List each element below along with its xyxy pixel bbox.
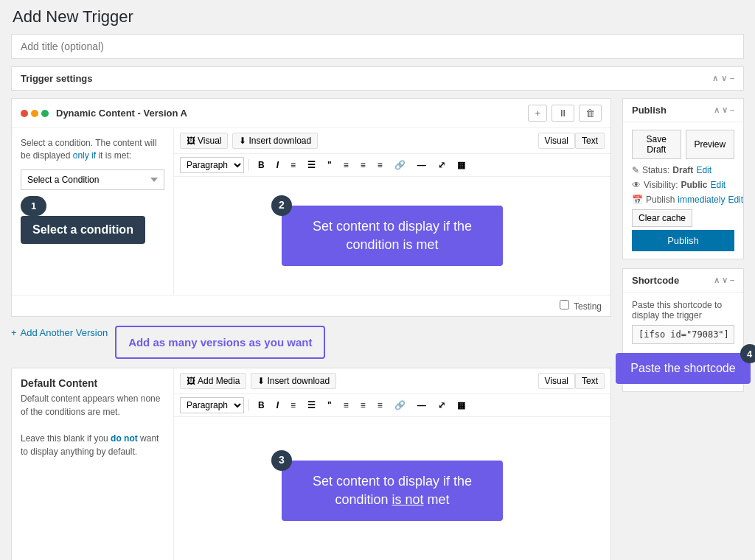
preview-btn[interactable]: Preview — [686, 130, 735, 159]
version-a-block: Dynamic Content - Version A + ⏸ 🗑 Select… — [11, 98, 611, 317]
align-right-btn-a[interactable]: ≡ — [373, 158, 387, 172]
align-center-btn-a[interactable]: ≡ — [356, 158, 370, 172]
default-content-title: Default Content — [21, 377, 164, 389]
hint-1-bubble: 1 — [21, 196, 46, 216]
hr-btn-default[interactable]: — — [413, 398, 431, 413]
add-version-callout-text: Add as many versions as you want — [128, 336, 312, 349]
link-btn-default[interactable]: 🔗 — [390, 398, 410, 413]
format-select-a[interactable]: Paragraph — [180, 157, 244, 173]
insert-download-btn[interactable]: ⬇ Insert download — [232, 133, 318, 149]
title-input[interactable] — [11, 34, 744, 59]
bold-btn-default[interactable]: B — [254, 398, 269, 413]
fullscreen-btn-default[interactable]: ⤢ — [434, 398, 450, 413]
trigger-settings-chevrons[interactable]: ∧ ∨ – — [712, 74, 734, 83]
condition-panel: Select a condition. The content will be … — [12, 128, 174, 295]
publish-chevrons[interactable]: ∧ ∨ – — [714, 105, 734, 115]
ol-btn-default[interactable]: ≡ — [286, 398, 300, 413]
toolbar-toggle-btn-a[interactable]: ▦ — [453, 158, 470, 172]
blockquote-btn-a[interactable]: " — [323, 158, 336, 172]
add-version-callout: Add as many versions as you want — [115, 326, 325, 359]
shortcode-input[interactable] — [632, 325, 734, 344]
default-tab-text[interactable]: Text — [575, 373, 605, 389]
condition-select[interactable]: Select a Condition — [21, 169, 164, 190]
version-a-toolbar: 🖼 Visual ⬇ Insert download Visual Text — [174, 128, 610, 154]
add-version-icon-btn[interactable]: + — [528, 105, 547, 122]
publish-panel-body: Save Draft Preview ✎ Status: Draft Edit … — [623, 122, 743, 259]
bold-btn-a[interactable]: B — [254, 158, 269, 172]
pause-version-btn[interactable]: ⏸ — [552, 105, 574, 122]
tab-visual[interactable]: Visual — [538, 133, 575, 149]
pencil-icon: ✎ — [632, 165, 639, 175]
status-label: Status: — [642, 165, 669, 175]
publish-panel: Publish ∧ ∨ – Save Draft Preview ✎ Statu… — [622, 98, 744, 259]
publish-time-edit-link[interactable]: Edit — [728, 195, 743, 205]
hr-btn-a[interactable]: — — [413, 158, 431, 172]
testing-checkbox[interactable] — [560, 300, 569, 309]
visibility-row: 👁 Visibility: Public Edit — [632, 180, 734, 190]
ul-btn-a[interactable]: ☰ — [303, 158, 320, 172]
sidebar-area: Publish ∧ ∨ – Save Draft Preview ✎ Statu… — [622, 98, 744, 560]
align-right-btn-default[interactable]: ≡ — [373, 398, 387, 413]
plus-icon: + — [11, 327, 17, 338]
delete-version-btn[interactable]: 🗑 — [579, 105, 602, 122]
default-content-block: Default Content Default content appears … — [11, 368, 611, 560]
toolbar-toggle-btn-default[interactable]: ▦ — [453, 398, 470, 413]
add-version-row: + Add Another Version Add as many versio… — [11, 326, 611, 359]
align-left-btn-default[interactable]: ≡ — [339, 398, 353, 413]
version-a-header: Dynamic Content - Version A + ⏸ 🗑 — [12, 99, 610, 128]
default-insert-download-btn[interactable]: ⬇ Insert download — [251, 373, 336, 389]
version-a-content-area[interactable]: 2 Set content to display if the conditio… — [174, 177, 610, 295]
content-area: Dynamic Content - Version A + ⏸ 🗑 Select… — [11, 98, 611, 560]
publish-time-value[interactable]: immediately — [678, 195, 725, 205]
dot-red — [21, 110, 28, 117]
shortcode-panel-header: Shortcode ∧ ∨ – — [623, 269, 743, 293]
default-download-icon: ⬇ — [257, 376, 265, 386]
paste-callout-wrapper: 4 Paste the shortcode — [632, 353, 734, 384]
default-content-area[interactable]: 3 Set content to display if the conditio… — [174, 417, 610, 560]
link-btn-a[interactable]: 🔗 — [390, 158, 410, 172]
main-layout: Dynamic Content - Version A + ⏸ 🗑 Select… — [11, 98, 744, 560]
page-wrapper: Add New Trigger Trigger settings ∧ ∨ – D… — [0, 0, 755, 560]
publish-btn[interactable]: Publish — [632, 230, 734, 251]
italic-btn-default[interactable]: I — [272, 398, 283, 413]
publish-time-row: 📅 Publish immediately Edit — [632, 195, 734, 205]
clear-cache-btn[interactable]: Clear cache — [632, 209, 692, 227]
eye-icon: 👁 — [632, 180, 641, 190]
chevron-down-icon: ∨ — [721, 74, 727, 83]
tab-text[interactable]: Text — [575, 133, 605, 149]
select-condition-callout: Select a condition — [21, 216, 145, 244]
shortcode-panel-body: Paste this shortcode to display the trig… — [623, 293, 743, 391]
condition-instruction: Select a condition. The content will be … — [21, 137, 164, 162]
align-center-btn-default[interactable]: ≡ — [356, 398, 370, 413]
default-content-body: Default Content Default content appears … — [12, 368, 610, 560]
add-another-version-btn[interactable]: + Add Another Version — [11, 326, 108, 338]
publish-panel-header: Publish ∧ ∨ – — [623, 99, 743, 122]
ol-btn-a[interactable]: ≡ — [286, 158, 300, 172]
chevron-up-icon-shortcode: ∧ — [714, 276, 720, 285]
dash-icon-shortcode: – — [730, 276, 734, 285]
version-a-footer: Testing — [12, 295, 610, 316]
italic-btn-a[interactable]: I — [272, 158, 283, 172]
blockquote-btn-default[interactable]: " — [323, 398, 336, 413]
format-select-default[interactable]: Paragraph — [180, 397, 244, 413]
default-tab-visual[interactable]: Visual — [538, 373, 575, 389]
status-edit-link[interactable]: Edit — [696, 165, 711, 175]
calendar-icon: 📅 — [632, 195, 643, 205]
shortcode-chevrons[interactable]: ∧ ∨ – — [714, 276, 734, 285]
publish-panel-title: Publish — [632, 105, 667, 116]
fullscreen-btn-a[interactable]: ⤢ — [434, 158, 450, 172]
add-version-label: Add Another Version — [21, 327, 108, 338]
align-left-btn-a[interactable]: ≡ — [339, 158, 353, 172]
callout-text-3: Set content to display if the condition … — [313, 474, 472, 507]
ul-btn-default[interactable]: ☰ — [303, 398, 320, 413]
do-not-link[interactable]: do not — [111, 433, 138, 444]
default-content-header: Default Content Default content appears … — [21, 377, 164, 458]
media-icon: 🖼 — [187, 136, 195, 146]
visibility-edit-link[interactable]: Edit — [710, 180, 726, 190]
testing-label: Testing — [560, 300, 602, 312]
dot-green — [41, 110, 49, 117]
default-add-media-btn[interactable]: 🖼 Add Media — [180, 373, 246, 389]
save-draft-btn[interactable]: Save Draft — [632, 130, 681, 159]
add-media-btn[interactable]: 🖼 Visual — [180, 133, 228, 149]
version-a-callout: 2 Set content to display if the conditio… — [282, 206, 503, 266]
